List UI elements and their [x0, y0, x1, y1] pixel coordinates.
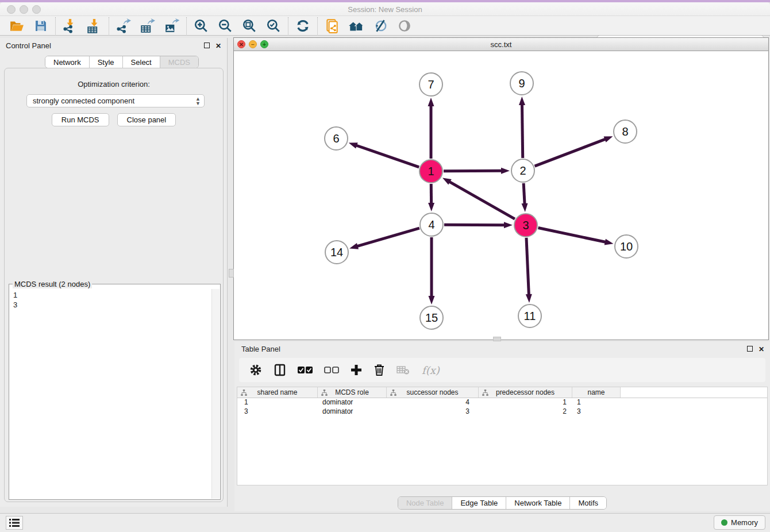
table-cell[interactable]: 2 [479, 407, 572, 417]
table-cell[interactable]: 1 [237, 398, 318, 407]
graph-node-11[interactable]: 11 [518, 304, 542, 328]
mcds-result-groupbox: MCDS result (2 nodes) 1 3 [9, 284, 221, 500]
zoom-out-button[interactable] [213, 17, 237, 35]
deselect-all-checks-icon[interactable] [324, 366, 339, 374]
graph-node-9[interactable]: 9 [510, 71, 534, 95]
graph-edge[interactable] [449, 182, 515, 219]
save-session-button[interactable] [29, 17, 53, 35]
network-window-titlebar[interactable]: ✕ − + scc.txt [234, 38, 768, 51]
export-table-icon [140, 18, 155, 33]
delete-column-icon[interactable] [374, 364, 385, 376]
graph-edge[interactable] [538, 228, 606, 242]
home-icon [348, 18, 365, 33]
graph-node-7[interactable]: 7 [419, 72, 443, 97]
import-table-button[interactable] [82, 17, 106, 35]
node-table[interactable]: shared nameMCDS rolesuccessor nodesprede… [237, 387, 768, 485]
tab-style[interactable]: Style [90, 56, 123, 68]
table-cell[interactable]: 1 [479, 398, 572, 407]
zoom-in-button[interactable] [189, 17, 213, 35]
tab-mcds[interactable]: MCDS [160, 56, 198, 68]
zoom-selected-button[interactable] [261, 17, 286, 35]
graph-node-10[interactable]: 10 [614, 234, 638, 259]
table-cell[interactable]: 3 [572, 407, 621, 417]
table-row[interactable]: 1dominator411 [237, 398, 767, 407]
float-table-panel-icon[interactable] [747, 345, 753, 353]
refresh-layout-button[interactable] [291, 17, 315, 35]
column-header-name[interactable]: name [572, 387, 621, 398]
import-network-button[interactable] [58, 17, 82, 35]
close-panel-icon[interactable]: ✕ [215, 42, 221, 50]
run-mcds-button[interactable]: Run MCDS [52, 113, 109, 126]
graph-node-6[interactable]: 6 [324, 126, 348, 151]
edge-arrowhead-icon [428, 203, 434, 211]
close-table-panel-icon[interactable]: ✕ [759, 345, 764, 353]
tab-network[interactable]: Network [45, 56, 90, 68]
column-header-MCDS-role[interactable]: MCDS role [318, 387, 387, 398]
graph-edge[interactable] [356, 145, 419, 167]
select-all-checks-icon[interactable] [298, 366, 313, 374]
table-cell[interactable]: 3 [387, 407, 479, 417]
network-overview-button[interactable] [320, 17, 344, 35]
graph-edge[interactable] [444, 171, 502, 171]
memory-button[interactable]: Memory [714, 515, 765, 530]
table-cell[interactable]: 3 [237, 407, 318, 417]
table-cell[interactable]: 4 [387, 398, 479, 407]
column-header-predecessor-nodes[interactable]: predecessor nodes [479, 387, 572, 398]
column-header-shared-name[interactable]: shared name [237, 387, 318, 398]
table-cell[interactable]: dominator [318, 398, 387, 407]
optimization-criterion-select[interactable]: strongly connected component ▲▼ [26, 94, 205, 107]
tab-motifs[interactable]: Motifs [570, 497, 606, 509]
graph-node-2[interactable]: 2 [511, 159, 535, 183]
settings-gear-icon[interactable] [249, 364, 262, 376]
edge-arrowhead-icon [501, 168, 510, 174]
export-image-button[interactable] [160, 17, 184, 35]
show-eye-button[interactable] [392, 17, 417, 35]
graph-node-1[interactable]: 1 [419, 159, 443, 183]
function-builder-icon: f(x) [422, 364, 440, 376]
selected-option: strongly connected component [33, 97, 134, 105]
tab-network-table[interactable]: Network Table [506, 497, 570, 509]
splitter-handle-vertical[interactable] [229, 269, 234, 277]
graph-edge[interactable] [522, 104, 522, 158]
float-panel-icon[interactable] [204, 42, 210, 50]
open-session-button[interactable] [5, 17, 29, 35]
zoom-fit-button[interactable] [237, 17, 261, 35]
export-table-button[interactable] [136, 17, 160, 35]
graph-edge[interactable] [357, 228, 419, 246]
splitter-handle-horizontal[interactable] [493, 337, 501, 341]
home-button[interactable] [344, 17, 368, 35]
graph-node-4[interactable]: 4 [419, 213, 444, 237]
export-network-button[interactable] [111, 17, 136, 35]
graph-node-15[interactable]: 15 [419, 306, 444, 330]
task-history-button[interactable] [6, 516, 23, 530]
delete-table-icon[interactable] [396, 365, 410, 375]
table-header-row: shared nameMCDS rolesuccessor nodesprede… [237, 387, 767, 398]
table-cell[interactable]: 1 [572, 398, 621, 407]
network-canvas[interactable]: 7968124314101511 [234, 51, 768, 340]
graph-edge[interactable] [535, 139, 606, 166]
graph-node-3[interactable]: 3 [514, 213, 538, 237]
table-cell[interactable]: dominator [318, 407, 387, 417]
mcds-result-list[interactable]: 1 3 [10, 289, 211, 499]
column-header-label: name [587, 388, 605, 396]
graph-edge[interactable] [526, 238, 529, 295]
tab-edge-table[interactable]: Edge Table [452, 497, 506, 509]
table-panel-title: Table Panel [241, 345, 280, 353]
graph-node-14[interactable]: 14 [325, 240, 349, 264]
add-column-icon[interactable] [351, 364, 362, 376]
result-scrollbar[interactable] [211, 289, 220, 499]
column-header-label: MCDS role [335, 388, 369, 396]
graph-edge[interactable] [444, 225, 505, 225]
table-row[interactable]: 3dominator323 [237, 407, 767, 417]
column-header-successor-nodes[interactable]: successor nodes [387, 387, 479, 398]
close-panel-button[interactable]: Close panel [117, 113, 176, 126]
show-columns-icon[interactable] [274, 364, 286, 376]
graph-node-8[interactable]: 8 [613, 119, 637, 144]
edge-arrowhead-icon [504, 222, 513, 228]
graph-edge[interactable] [523, 183, 525, 205]
attribute-tree-icon [241, 390, 247, 398]
tab-node-table[interactable]: Node Table [398, 497, 453, 509]
tab-select[interactable]: Select [123, 56, 160, 68]
hide-glasses-button[interactable] [368, 17, 392, 35]
attribute-tree-icon [482, 390, 488, 398]
